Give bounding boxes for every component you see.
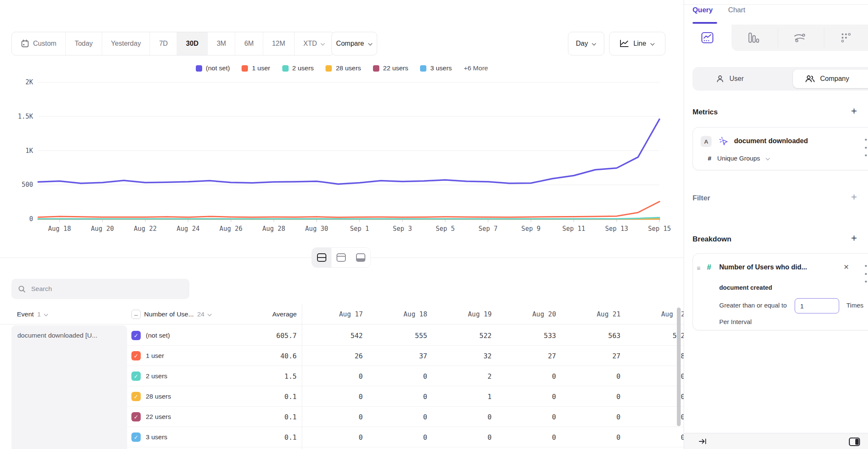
collapse-panel-icon[interactable] bbox=[698, 438, 707, 445]
drag-handle-icon[interactable]: ≡ bbox=[697, 264, 701, 272]
breakdown-condition-label[interactable]: Greater than or equal to bbox=[719, 302, 787, 309]
x-axis-tick-label: Sep 7 bbox=[479, 225, 498, 233]
interval-button[interactable]: Day bbox=[568, 32, 604, 55]
analytics-app: CustomTodayYesterday7D30D3M6M12MXTD Comp… bbox=[0, 0, 868, 449]
breakdown-heading: Breakdown bbox=[693, 235, 732, 244]
panel-bottom-bar bbox=[684, 433, 868, 449]
metric-more-menu[interactable]: ••• bbox=[862, 136, 868, 160]
average-column-header[interactable]: Average bbox=[237, 304, 297, 324]
select-all-checkbox[interactable]: – bbox=[131, 310, 141, 319]
row-label: 22 users bbox=[146, 407, 171, 427]
search-box bbox=[11, 279, 189, 299]
breakdown-card[interactable]: ≡ # Number of Users who did... ✕ ••• doc… bbox=[693, 253, 868, 330]
row-value: 0 bbox=[431, 407, 495, 427]
layout-split-button[interactable] bbox=[312, 248, 331, 267]
range-button-30d[interactable]: 30D bbox=[177, 32, 207, 55]
row-checkbox[interactable]: ✓ bbox=[131, 412, 141, 421]
row-value: 0 bbox=[366, 386, 431, 407]
legend-item[interactable]: (not set) bbox=[196, 64, 230, 72]
scope-option-user[interactable]: User bbox=[716, 67, 744, 91]
breakdown-title[interactable]: Number of Users who did... bbox=[719, 263, 807, 271]
breakdown-event-name[interactable]: document created bbox=[719, 284, 772, 291]
metric-card[interactable]: A document downloaded ••• # Unique Group… bbox=[693, 127, 868, 170]
breakdown-more-menu[interactable]: ••• bbox=[862, 262, 868, 286]
chevron-down-icon bbox=[651, 42, 655, 46]
breakdown-per-interval-label[interactable]: Per Interval bbox=[719, 318, 752, 325]
view-tab-dot-grid[interactable] bbox=[823, 25, 868, 51]
legend-item[interactable]: 2 users bbox=[282, 64, 314, 72]
legend-item[interactable]: 3 users bbox=[420, 64, 452, 72]
tab-chart[interactable]: Chart bbox=[728, 6, 745, 14]
date-column-header[interactable]: Aug 21 bbox=[559, 304, 624, 324]
line-chart[interactable]: 05001K1.5K2KAug 18Aug 20Aug 22Aug 24Aug … bbox=[0, 72, 684, 241]
add-breakdown-button[interactable]: + bbox=[849, 234, 859, 243]
row-checkbox[interactable]: ✓ bbox=[131, 351, 141, 360]
group-header-label[interactable]: Number of Use... bbox=[144, 310, 194, 318]
x-axis-tick-label: Sep 5 bbox=[436, 225, 455, 233]
date-column-header[interactable]: Aug 17 bbox=[302, 304, 366, 324]
range-button-today[interactable]: Today bbox=[65, 32, 102, 55]
row-value: 542 bbox=[302, 325, 366, 346]
chevron-down-icon bbox=[208, 312, 212, 316]
layout-bottom-button[interactable] bbox=[351, 248, 370, 267]
x-axis-tick-label: Aug 30 bbox=[305, 225, 328, 233]
row-value: 0 bbox=[624, 407, 684, 427]
row-value: 0 bbox=[302, 427, 366, 447]
range-button-xtd[interactable]: XTD bbox=[294, 32, 334, 55]
range-button-3m[interactable]: 3M bbox=[207, 32, 235, 55]
metric-event-name[interactable]: document downloaded bbox=[734, 137, 808, 145]
row-value: 26 bbox=[302, 346, 366, 366]
date-column-header[interactable]: Aug 18 bbox=[366, 304, 431, 324]
row-value: 0 bbox=[366, 427, 431, 447]
x-axis-tick-label: Sep 3 bbox=[393, 225, 412, 233]
row-checkbox[interactable]: ✓ bbox=[131, 432, 141, 442]
chart-toolbar: CustomTodayYesterday7D30D3M6M12MXTD Comp… bbox=[0, 32, 684, 55]
metrics-heading: Metrics bbox=[693, 108, 718, 116]
legend-more-link[interactable]: +6 More bbox=[464, 64, 488, 72]
row-value: 0 bbox=[431, 427, 495, 447]
scope-option-company[interactable]: Company bbox=[793, 69, 868, 88]
range-button-yesterday[interactable]: Yesterday bbox=[102, 32, 150, 55]
breakdown-value-input[interactable] bbox=[795, 298, 839, 313]
row-checkbox[interactable]: ✓ bbox=[131, 371, 141, 381]
bottom-panel-icon bbox=[356, 253, 366, 262]
row-checkbox[interactable]: ✓ bbox=[131, 392, 141, 401]
compare-button[interactable]: Compare bbox=[331, 32, 377, 55]
row-value: 0 bbox=[559, 407, 624, 427]
range-button-7d[interactable]: 7D bbox=[150, 32, 176, 55]
range-button-6m[interactable]: 6M bbox=[235, 32, 262, 55]
calendar-icon bbox=[21, 39, 29, 48]
add-filter-button[interactable]: + bbox=[849, 193, 859, 202]
range-button-custom[interactable]: Custom bbox=[12, 32, 65, 55]
legend-item[interactable]: 1 user bbox=[242, 64, 270, 72]
x-axis-tick-label: Aug 28 bbox=[262, 225, 285, 233]
toggle-right-panel-icon[interactable] bbox=[849, 437, 860, 446]
row-value: 1 bbox=[431, 386, 495, 407]
row-value: 0 bbox=[302, 407, 366, 427]
view-tab-line-chart[interactable] bbox=[684, 25, 730, 51]
range-button-12m[interactable]: 12M bbox=[263, 32, 294, 55]
date-column-header[interactable]: Aug 20 bbox=[495, 304, 559, 324]
legend-item[interactable]: 22 users bbox=[373, 64, 408, 72]
row-value: 0 bbox=[366, 407, 431, 427]
date-column-header[interactable]: Aug 22 bbox=[624, 304, 684, 324]
tab-query[interactable]: Query bbox=[693, 6, 713, 14]
metric-measure[interactable]: # Unique Groups bbox=[708, 155, 770, 162]
date-column-header[interactable]: Aug 19 bbox=[431, 304, 495, 324]
table-row: ✓22 users0.1000000 bbox=[0, 407, 684, 427]
layout-top-button[interactable] bbox=[331, 248, 351, 267]
table-vertical-scrollbar[interactable] bbox=[677, 308, 681, 426]
row-label: 28 users bbox=[146, 386, 171, 407]
chevron-down-icon bbox=[592, 42, 596, 46]
add-metric-button[interactable]: + bbox=[849, 107, 859, 116]
search-input[interactable] bbox=[31, 285, 183, 293]
chart-type-button[interactable]: Line bbox=[609, 32, 665, 55]
event-column-header[interactable]: Event 1 bbox=[17, 304, 48, 324]
legend-item[interactable]: 28 users bbox=[326, 64, 361, 72]
view-tab-stream[interactable] bbox=[776, 25, 823, 51]
close-icon[interactable]: ✕ bbox=[843, 263, 849, 271]
row-checkbox[interactable]: ✓ bbox=[131, 331, 141, 340]
view-tab-bar-chart[interactable] bbox=[730, 25, 776, 51]
table-header: Event 1 – Number of Use... 24 Average Au… bbox=[0, 304, 684, 324]
series-line-1-user bbox=[38, 202, 659, 217]
